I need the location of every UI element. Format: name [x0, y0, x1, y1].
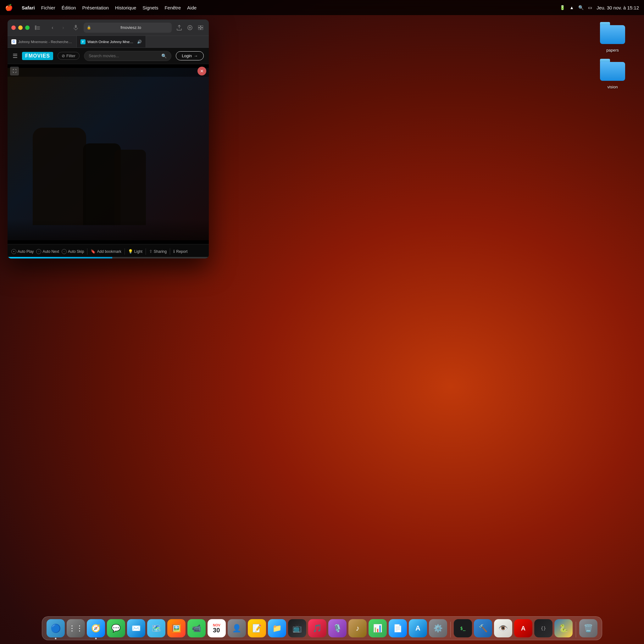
menubar-presentation[interactable]: Présentation	[82, 5, 109, 10]
dock-item-python[interactable]: 🐍	[554, 619, 573, 637]
screen-icon: ▭	[588, 5, 592, 10]
report-control[interactable]: ℹ Report	[173, 249, 187, 254]
dock-item-files[interactable]: 📁	[268, 619, 286, 637]
dock-item-photos[interactable]: 🖼️	[167, 619, 186, 637]
fmovies-navbar: ☰ FMOVIES ⊘ Filter 🔍 Login →	[8, 48, 209, 64]
dock-item-acrobat[interactable]: A	[514, 619, 532, 637]
sharing-control[interactable]: ⇧ Sharing	[149, 249, 167, 254]
back-button[interactable]: ‹	[48, 23, 57, 32]
minimize-button[interactable]	[18, 25, 23, 30]
tab-fmovies[interactable]: F Watch Online Johnny Mnemonic 1995 - FM…	[77, 36, 146, 47]
fmovies-logo[interactable]: FMOVIES	[22, 52, 53, 60]
files-icon: 📁	[272, 624, 282, 633]
video-controls: ● Auto Play ○ Auto Next ○ Auto Skip 🔖 Ad…	[8, 244, 209, 258]
tab-favicon-fmovies: F	[81, 39, 86, 44]
menubar-signets[interactable]: Signets	[142, 5, 158, 10]
dock-item-xcode[interactable]: 🔨	[474, 619, 492, 637]
dock-item-safari[interactable]: 🧭	[87, 619, 105, 637]
safari-dot	[95, 638, 97, 639]
menubar-left: 🍎 Safari Fichier Édition Présentation Hi…	[5, 4, 197, 11]
add-tab-icon[interactable]	[186, 23, 194, 32]
filter-button[interactable]: ⊘ Filter	[58, 52, 80, 60]
safari-toolbar-icons	[175, 23, 205, 32]
dock-item-numbers[interactable]: 📊	[369, 619, 387, 637]
menubar-aide[interactable]: Aide	[187, 5, 197, 10]
preview-icon: 👁️	[498, 624, 508, 633]
desktop-icon-papers[interactable]: papers	[600, 25, 625, 53]
dock-item-launchpad[interactable]: ⋮⋮	[67, 619, 85, 637]
dock-item-facetime[interactable]: 📹	[187, 619, 206, 637]
hamburger-menu[interactable]: ☰	[13, 53, 18, 59]
xcode-icon: 🔨	[478, 624, 488, 633]
address-bar[interactable]: 🔒 fmoviesz.to	[84, 23, 172, 33]
dock-item-pages[interactable]: 📄	[389, 619, 407, 637]
forward-button[interactable]: ›	[58, 23, 68, 32]
dock-item-settings[interactable]: ⚙️	[429, 619, 447, 637]
dock-item-notes[interactable]: 📝	[248, 619, 266, 637]
menubar-edition[interactable]: Édition	[62, 5, 76, 10]
dock-item-finder[interactable]: 🔵	[47, 619, 65, 637]
dock-item-scripts[interactable]: {}	[534, 619, 552, 637]
menubar-fenetre[interactable]: Fenêtre	[164, 5, 181, 10]
video-close-button[interactable]: ✕	[197, 67, 206, 75]
maps-icon: 🗺️	[152, 624, 161, 633]
menubar-historique[interactable]: Historique	[115, 5, 136, 10]
auto-next-radio[interactable]: ○	[36, 249, 41, 254]
filter-icon: ⊘	[62, 53, 65, 58]
siri-button[interactable]	[71, 23, 81, 32]
search-input[interactable]	[89, 53, 159, 58]
dock-item-appstore[interactable]: A	[409, 619, 427, 637]
share-icon[interactable]	[175, 23, 184, 32]
tab-google[interactable]: G Johnny Mnemonic - Recherche Google	[8, 36, 77, 47]
maximize-button[interactable]	[25, 25, 30, 30]
dock-item-maps[interactable]: 🗺️	[147, 619, 165, 637]
dock-item-terminal[interactable]: $_	[454, 619, 472, 637]
add-bookmark-control[interactable]: 🔖 Add bookmark	[91, 249, 121, 254]
dock-item-tv[interactable]: 📺	[288, 619, 306, 637]
figure-1	[33, 128, 86, 225]
sharing-label: Sharing	[154, 249, 167, 254]
ssl-lock-icon: 🔒	[87, 25, 91, 30]
tab-title-fmovies: Watch Online Johnny Mnemonic 1995 - FMov…	[87, 40, 135, 44]
search-icon[interactable]: 🔍	[578, 5, 584, 10]
apple-menu[interactable]: 🍎	[5, 4, 13, 11]
dock-item-mail[interactable]: ✉️	[127, 619, 145, 637]
video-player[interactable]: ✕ ⛶	[8, 64, 209, 244]
acrobat-icon: A	[521, 625, 525, 632]
video-resize-button[interactable]: ⛶	[10, 67, 19, 75]
auto-skip-radio[interactable]: ○	[62, 249, 67, 254]
close-button[interactable]	[11, 25, 16, 30]
safari-window: ‹ › 🔒 fmoviesz.to	[8, 19, 209, 258]
dock-item-messages[interactable]: 💬	[107, 619, 125, 637]
tv-icon: 📺	[292, 624, 302, 633]
tabs-overview-icon[interactable]	[196, 23, 205, 32]
desktop-icon-vision[interactable]: vision	[600, 62, 625, 89]
auto-play-radio[interactable]: ●	[11, 249, 16, 254]
dock-item-podcasts[interactable]: 🎙️	[328, 619, 347, 637]
dock-item-preview[interactable]: 👁️	[494, 619, 512, 637]
safari-tabs: G Johnny Mnemonic - Recherche Google F W…	[8, 36, 209, 48]
login-button[interactable]: Login →	[176, 51, 204, 60]
menubar-app-name[interactable]: Safari	[22, 5, 35, 10]
login-label: Login	[182, 53, 192, 58]
figure-3	[114, 150, 146, 225]
auto-play-control[interactable]: ● Auto Play	[11, 249, 34, 254]
dock-item-trash[interactable]: 🗑️	[579, 619, 597, 637]
dock-item-contacts[interactable]: 👤	[228, 619, 246, 637]
progress-bar-container[interactable]	[8, 257, 209, 258]
light-control[interactable]: 💡 Light	[128, 249, 142, 254]
menubar-fichier[interactable]: Fichier	[41, 5, 55, 10]
pages-icon: 📄	[393, 624, 403, 633]
report-label: Report	[176, 249, 187, 254]
dock-item-calendar[interactable]: NOV30	[208, 619, 226, 637]
sidebar-toggle-button[interactable]	[33, 23, 42, 32]
dock-item-music[interactable]: 🎵	[308, 619, 326, 637]
search-bar[interactable]: 🔍	[84, 51, 171, 61]
url-text: fmoviesz.to	[93, 25, 169, 30]
auto-skip-control[interactable]: ○ Auto Skip	[62, 249, 84, 254]
desktop: 🍎 Safari Fichier Édition Présentation Hi…	[0, 0, 644, 644]
light-label: Light	[134, 249, 142, 254]
trash-icon: 🗑️	[584, 624, 593, 633]
dock-item-mastical[interactable]: ♪	[348, 619, 367, 637]
auto-next-control[interactable]: ○ Auto Next	[36, 249, 59, 254]
